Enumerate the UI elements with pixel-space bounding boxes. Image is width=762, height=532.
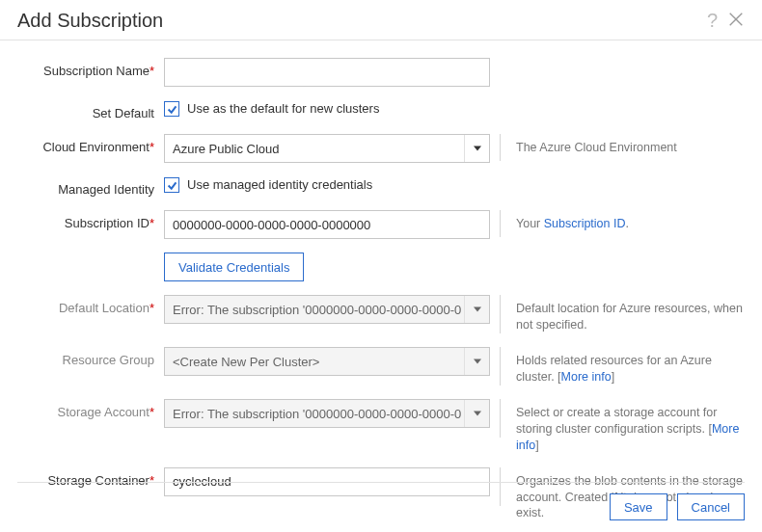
resource-group-select[interactable]: <Create New Per Cluster>	[164, 347, 490, 376]
subscription-id-label: Subscription ID*	[17, 210, 164, 230]
dialog-footer: Save Cancel	[0, 482, 762, 532]
resource-group-label: Resource Group	[17, 347, 164, 367]
subscription-id-link[interactable]: Subscription ID	[544, 217, 626, 230]
svg-marker-4	[474, 359, 481, 364]
storage-account-select[interactable]: Error: The subscription '0000000-0000-00…	[164, 399, 490, 428]
svg-marker-3	[474, 307, 481, 312]
cloud-env-info: The Azure Cloud Environment	[516, 134, 745, 156]
save-button[interactable]: Save	[610, 493, 667, 520]
dialog-title: Add Subscription	[17, 10, 163, 32]
managed-identity-text: Use managed identity credentials	[187, 177, 372, 192]
subscription-id-input[interactable]	[164, 210, 490, 239]
add-subscription-dialog: Add Subscription ? Subscription Name* Se…	[0, 0, 762, 532]
dialog-header: Add Subscription ?	[0, 0, 762, 40]
storage-account-label: Storage Account*	[17, 399, 164, 419]
set-default-text: Use as the default for new clusters	[187, 101, 379, 116]
chevron-down-icon	[464, 296, 489, 323]
storage-account-info: Select or create a storage account for s…	[516, 399, 745, 454]
default-location-info: Default location for Azure resources, wh…	[516, 295, 745, 333]
subscription-id-info: Your Subscription ID.	[516, 210, 745, 232]
chevron-down-icon	[464, 400, 489, 427]
resource-group-moreinfo-link[interactable]: More info	[561, 370, 612, 384]
chevron-down-icon	[464, 135, 489, 162]
resource-group-info: Holds related resources for an Azure clu…	[516, 347, 745, 386]
close-icon[interactable]	[727, 11, 745, 31]
validate-credentials-button[interactable]: Validate Credentials	[164, 253, 304, 281]
svg-marker-2	[474, 146, 481, 151]
chevron-down-icon	[464, 348, 489, 375]
cancel-button[interactable]: Cancel	[677, 493, 745, 520]
default-location-label: Default Location*	[17, 295, 164, 315]
svg-marker-5	[474, 412, 481, 416]
dialog-body: Subscription Name* Set Default Use as th…	[0, 40, 762, 521]
help-icon[interactable]: ?	[707, 10, 718, 32]
default-location-select[interactable]: Error: The subscription '0000000-0000-00…	[164, 295, 490, 324]
set-default-label: Set Default	[17, 100, 164, 120]
cloud-env-select[interactable]: Azure Public Cloud	[164, 134, 490, 163]
cloud-env-label: Cloud Environment*	[17, 134, 164, 154]
managed-identity-checkbox[interactable]	[164, 177, 179, 193]
subscription-name-label: Subscription Name*	[17, 58, 164, 78]
set-default-checkbox[interactable]	[164, 101, 179, 117]
subscription-name-input[interactable]	[164, 58, 490, 87]
managed-identity-label: Managed Identity	[17, 176, 164, 197]
